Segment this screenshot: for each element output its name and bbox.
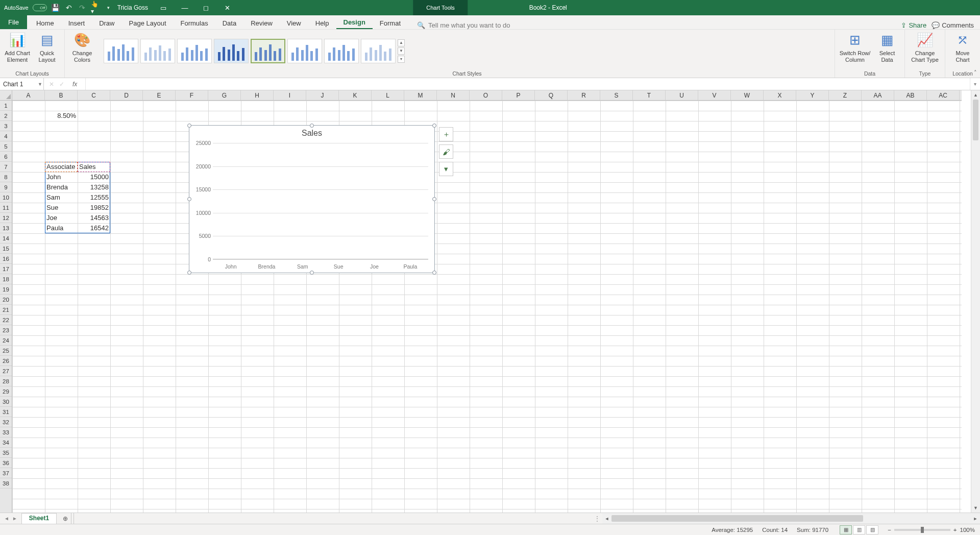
cell-B2[interactable]: 8.50% <box>45 111 78 121</box>
zoom-slider[interactable] <box>894 529 950 531</box>
column-header-A[interactable]: A <box>12 90 45 100</box>
chart-style-3[interactable] <box>177 39 212 63</box>
chart-style-4[interactable] <box>214 39 249 63</box>
row-header-28[interactable]: 28 <box>0 376 12 386</box>
chart-filters-button[interactable]: ▾ <box>439 162 453 176</box>
column-header-M[interactable]: M <box>404 90 437 100</box>
gallery-up-icon[interactable]: ▲ <box>398 39 405 46</box>
resize-handle-se[interactable] <box>432 271 436 275</box>
horizontal-scrollbar[interactable]: ◄ ► <box>602 513 980 524</box>
cell-B9[interactable]: Brenda <box>45 182 78 192</box>
column-header-Y[interactable]: Y <box>796 90 829 100</box>
chart-plot-area[interactable]: 0500010000150002000025000 <box>213 143 428 259</box>
cell-B13[interactable]: Paula <box>45 223 78 233</box>
collapse-ribbon-icon[interactable]: ˄ <box>974 69 977 76</box>
add-chart-element-button[interactable]: 📊 Add Chart Element <box>4 32 31 63</box>
vscroll-thumb[interactable] <box>973 100 978 140</box>
zoom-level[interactable]: 100% <box>960 527 975 533</box>
cell-B10[interactable]: Sam <box>45 192 78 203</box>
tab-home[interactable]: Home <box>29 16 61 29</box>
row-headers[interactable]: 1234567891011121314151617181920212223242… <box>0 101 12 513</box>
column-header-F[interactable]: F <box>176 90 208 100</box>
comments-button[interactable]: 💬Comments <box>932 21 974 29</box>
row-header-7[interactable]: 7 <box>0 162 12 172</box>
cancel-formula-icon[interactable]: ✕ <box>49 81 54 88</box>
row-header-3[interactable]: 3 <box>0 121 12 131</box>
row-header-30[interactable]: 30 <box>0 397 12 407</box>
chart-style-1[interactable] <box>104 39 138 63</box>
scroll-left-icon[interactable]: ◄ <box>602 516 611 521</box>
chart-style-6[interactable] <box>287 39 322 63</box>
chart-style-5[interactable] <box>251 39 285 63</box>
row-header-19[interactable]: 19 <box>0 284 12 295</box>
resize-handle-ne[interactable] <box>432 124 436 128</box>
zoom-out-button[interactable]: − <box>888 527 891 533</box>
share-button[interactable]: ⇪Share <box>901 21 926 29</box>
row-header-12[interactable]: 12 <box>0 213 12 223</box>
column-header-Q[interactable]: Q <box>535 90 568 100</box>
tab-view[interactable]: View <box>280 16 308 29</box>
row-header-33[interactable]: 33 <box>0 427 12 437</box>
row-header-21[interactable]: 21 <box>0 305 12 315</box>
cell-C9[interactable]: 13258 <box>78 182 110 192</box>
tab-file[interactable]: File <box>0 15 27 29</box>
next-sheet-icon[interactable]: ► <box>12 516 17 521</box>
move-chart-button[interactable]: ⤱ Move Chart <box>949 32 976 63</box>
row-header-32[interactable]: 32 <box>0 417 12 427</box>
column-header-O[interactable]: O <box>470 90 502 100</box>
scroll-down-icon[interactable]: ▼ <box>971 503 980 513</box>
tab-page-layout[interactable]: Page Layout <box>122 16 174 29</box>
column-headers[interactable]: ABCDEFGHIJKLMNOPQRSTUVWXYZAAABAC <box>12 90 962 101</box>
gallery-more-icon[interactable]: ▾ <box>398 56 405 63</box>
row-header-13[interactable]: 13 <box>0 223 12 233</box>
cell-B11[interactable]: Sue <box>45 203 78 213</box>
hscroll-thumb[interactable] <box>611 515 863 522</box>
select-data-button[interactable]: ▦ Select Data <box>874 32 900 63</box>
chart-style-2[interactable] <box>140 39 175 63</box>
touch-mode-icon[interactable]: 👆▾ <box>91 3 100 12</box>
column-header-V[interactable]: V <box>698 90 731 100</box>
resize-handle-w[interactable] <box>187 197 191 201</box>
column-header-H[interactable]: H <box>241 90 274 100</box>
redo-icon[interactable]: ↷ <box>78 3 87 12</box>
column-header-N[interactable]: N <box>437 90 470 100</box>
column-header-T[interactable]: T <box>633 90 666 100</box>
vertical-scrollbar[interactable]: ▲ ▼ <box>971 90 980 513</box>
row-header-36[interactable]: 36 <box>0 458 12 468</box>
cell-grid[interactable]: Sales 0500010000150002000025000 JohnBren… <box>12 101 962 513</box>
save-icon[interactable]: 💾 <box>51 3 60 12</box>
row-header-16[interactable]: 16 <box>0 254 12 264</box>
enter-formula-icon[interactable]: ✓ <box>59 81 64 88</box>
view-page-layout-icon[interactable]: ▥ <box>853 525 865 534</box>
row-header-5[interactable]: 5 <box>0 141 12 152</box>
cell-C12[interactable]: 14563 <box>78 213 110 223</box>
row-header-10[interactable]: 10 <box>0 192 12 203</box>
chart-style-8[interactable] <box>361 39 396 63</box>
column-header-I[interactable]: I <box>274 90 306 100</box>
column-header-C[interactable]: C <box>78 90 110 100</box>
row-header-35[interactable]: 35 <box>0 448 12 458</box>
user-name[interactable]: Tricia Goss <box>117 4 148 11</box>
column-header-D[interactable]: D <box>110 90 143 100</box>
row-header-9[interactable]: 9 <box>0 182 12 192</box>
chart-style-7[interactable] <box>324 39 359 63</box>
new-sheet-button[interactable]: ⊕ <box>60 513 71 524</box>
row-header-1[interactable]: 1 <box>0 101 12 111</box>
row-header-15[interactable]: 15 <box>0 244 12 254</box>
resize-handle-n[interactable] <box>310 124 314 128</box>
zoom-in-button[interactable]: + <box>953 527 957 533</box>
column-header-Z[interactable]: Z <box>829 90 862 100</box>
row-header-18[interactable]: 18 <box>0 274 12 284</box>
column-header-R[interactable]: R <box>568 90 600 100</box>
column-header-AB[interactable]: AB <box>894 90 927 100</box>
cell-C8[interactable]: 15000 <box>78 172 110 182</box>
cell-C11[interactable]: 19852 <box>78 203 110 213</box>
row-header-37[interactable]: 37 <box>0 468 12 478</box>
sheet-tab-sheet1[interactable]: Sheet1 <box>21 513 57 524</box>
row-header-8[interactable]: 8 <box>0 172 12 182</box>
scroll-up-icon[interactable]: ▲ <box>971 90 980 100</box>
row-header-22[interactable]: 22 <box>0 315 12 325</box>
cell-C7[interactable]: Sales <box>78 162 110 172</box>
column-header-G[interactable]: G <box>208 90 241 100</box>
column-header-J[interactable]: J <box>306 90 339 100</box>
